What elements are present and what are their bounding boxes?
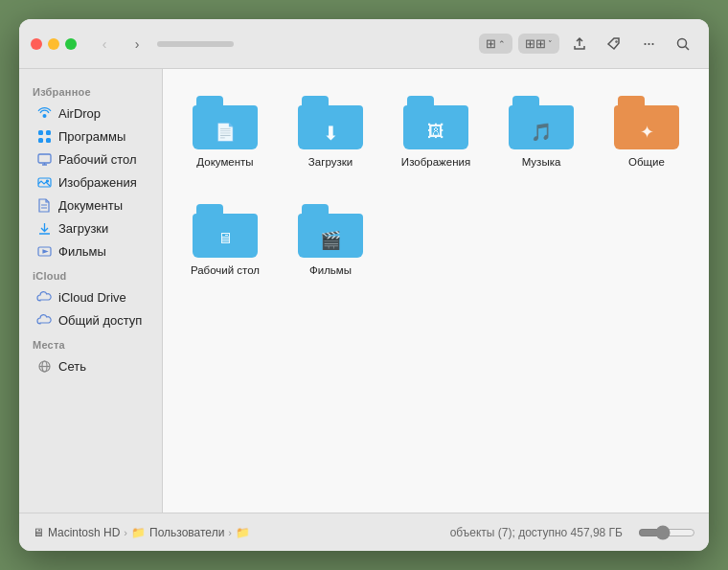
folder-downloads[interactable]: ⬇ Загрузки [287, 88, 374, 177]
minimize-button[interactable] [48, 38, 59, 50]
folder-symbol-desktop: 🖥 [217, 230, 233, 247]
hd-label: Macintosh HD [48, 526, 120, 539]
shared-access-icon [36, 312, 52, 328]
breadcrumb-users[interactable]: 📁 Пользователи [131, 526, 224, 539]
folder-symbol-docs: 📄 [215, 122, 236, 143]
sidebar-label-apps: Программы [58, 129, 125, 144]
folder-icon-docs: 📄 [193, 96, 258, 149]
images-icon [36, 174, 52, 190]
desktop-icon [36, 151, 52, 167]
movies-icon [36, 243, 52, 259]
current-folder-breadcrumb [157, 41, 234, 47]
close-button[interactable] [31, 38, 42, 50]
folder-name-downloads: Загрузки [308, 155, 353, 170]
breadcrumb-sep-1: › [124, 527, 127, 538]
svg-line-1 [686, 46, 690, 50]
fullscreen-button[interactable] [65, 38, 77, 50]
sidebar-item-shared-access[interactable]: Общий доступ [23, 308, 158, 331]
view-toggle: ⊞⌃ [479, 34, 512, 54]
status-info-text: объекты (7); доступно 457,98 ГБ [450, 526, 623, 539]
sidebar-item-desktop[interactable]: Рабочий стол [23, 148, 158, 171]
folder-icon-movies: 🎬 [298, 204, 363, 258]
sidebar-label-desktop: Рабочий стол [58, 152, 137, 167]
docs-icon [36, 197, 52, 213]
folder-icon-downloads: ⬇ [298, 96, 363, 149]
toolbar-right: ⊞⌃ ⊞⊞˅ ··· [479, 32, 697, 57]
share-button[interactable] [565, 32, 594, 57]
size-slider-container [638, 525, 695, 540]
breadcrumb-sep-2: › [228, 527, 232, 538]
users-folder-icon: 📁 [131, 526, 146, 539]
svg-point-0 [678, 38, 687, 47]
folder-name-movies: Фильмы [309, 263, 352, 278]
icon-size-slider[interactable] [638, 525, 695, 540]
more-button[interactable]: ··· [634, 32, 663, 57]
back-button[interactable]: ‹ [92, 32, 117, 57]
sidebar-item-apps[interactable]: Программы [23, 125, 158, 148]
sidebar-label-docs: Документы [58, 198, 123, 213]
file-area: 📄 Документы ⬇ Загрузки [163, 69, 709, 513]
folder-symbol-shared: ✦ [640, 122, 654, 143]
files-grid: 📄 Документы ⬇ Загрузки [182, 88, 690, 285]
folder-icon-desktop: 🖥 [193, 204, 258, 258]
folder-images[interactable]: 🖼 Изображения [393, 88, 479, 177]
sidebar-item-docs[interactable]: Документы [23, 194, 158, 217]
hd-icon: 🖥 [33, 526, 44, 539]
folder-symbol-downloads: ⬇ [323, 122, 339, 145]
sidebar-item-icloud-drive[interactable]: iCloud Drive [23, 285, 158, 308]
finder-window: ‹ › ⊞⌃ ⊞⊞˅ [19, 19, 709, 551]
folder-shared[interactable]: ✦ Общие [603, 88, 690, 177]
sidebar-item-movies[interactable]: Фильмы [23, 239, 158, 262]
svg-rect-4 [46, 130, 51, 135]
svg-point-2 [42, 114, 46, 118]
folder-music[interactable]: 🎵 Музыка [498, 88, 584, 177]
svg-rect-5 [38, 138, 43, 143]
folder-icon-music: 🎵 [509, 96, 574, 149]
sidebar-item-images[interactable]: Изображения [23, 171, 158, 194]
folder-name-docs: Документы [196, 155, 253, 170]
sidebar-label-airdrop: AirDrop [58, 106, 101, 121]
svg-rect-7 [38, 154, 51, 163]
breadcrumb-hd[interactable]: 🖥 Macintosh HD [33, 526, 120, 539]
folder-docs[interactable]: 📄 Документы [182, 88, 268, 177]
folder-symbol-images: 🖼 [427, 122, 444, 142]
svg-point-11 [46, 180, 48, 182]
sidebar-label-images: Изображения [58, 175, 137, 190]
tag-button[interactable] [600, 32, 628, 57]
folder-movies[interactable]: 🎬 Фильмы [287, 196, 374, 285]
icloud-drive-icon [36, 289, 52, 305]
traffic-lights [31, 38, 77, 50]
sidebar-section-icloud: iCloud [19, 262, 162, 285]
sidebar-item-downloads[interactable]: Загрузки [23, 217, 158, 239]
sidebar-section-places: Места [19, 331, 162, 354]
folder-symbol-music: 🎵 [531, 122, 552, 143]
icon-view-button[interactable]: ⊞⌃ [479, 34, 512, 54]
sidebar-label-movies: Фильмы [58, 244, 106, 259]
forward-button[interactable]: › [125, 32, 149, 57]
folder-symbol-movies: 🎬 [320, 230, 341, 251]
sidebar-label-downloads: Загрузки [58, 221, 108, 236]
sidebar-item-airdrop[interactable]: AirDrop [23, 102, 158, 125]
apps-icon [36, 128, 52, 144]
airdrop-icon [36, 105, 52, 121]
folder-name-images: Изображения [401, 155, 470, 170]
breadcrumb-user[interactable]: 📁 [236, 526, 254, 539]
folder-icon-images: 🖼 [403, 96, 468, 149]
sidebar-section-favorites: Избранное [19, 79, 162, 102]
sidebar-item-network[interactable]: Сеть [23, 354, 158, 377]
toolbar: ‹ › ⊞⌃ ⊞⊞˅ [19, 19, 709, 69]
grid-view-button[interactable]: ⊞⊞˅ [518, 34, 559, 54]
svg-rect-3 [38, 130, 43, 135]
folder-desktop[interactable]: 🖥 Рабочий стол [182, 196, 268, 285]
folder-icon-shared: ✦ [614, 96, 679, 149]
sidebar: Избранное AirDrop [19, 69, 163, 513]
svg-rect-6 [46, 138, 51, 143]
folder-name-desktop: Рабочий стол [191, 263, 260, 278]
main-area: Избранное AirDrop [19, 69, 709, 513]
sidebar-label-icloud-drive: iCloud Drive [58, 290, 126, 305]
sidebar-label-shared-access: Общий доступ [58, 313, 142, 328]
user-folder-icon: 📁 [236, 526, 250, 539]
folder-name-shared: Общие [628, 155, 665, 170]
users-label: Пользователи [149, 526, 224, 539]
search-button[interactable] [669, 32, 697, 57]
